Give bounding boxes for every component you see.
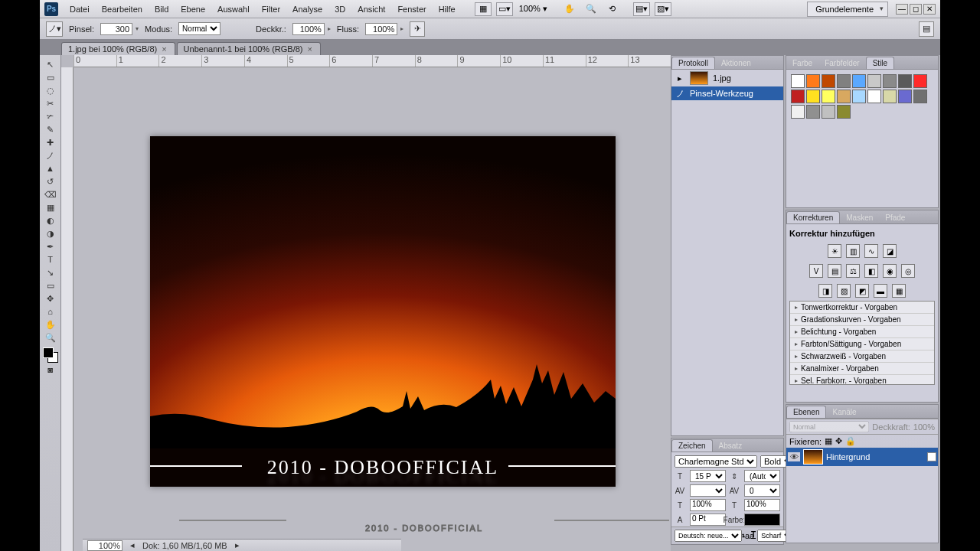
menu-help[interactable]: Hilfe [433,2,461,16]
quick-mask-icon[interactable]: ◙ [42,364,59,376]
quick-select-tool-icon[interactable]: ✂ [42,97,59,109]
tab-layers[interactable]: Ebenen [786,406,826,418]
photo-filter-icon[interactable]: ◉ [883,264,897,278]
style-swatch[interactable] [791,90,805,103]
tracking-select[interactable]: 0 [744,484,780,497]
history-step[interactable]: ノ Pinsel-Werkzeug [671,86,783,100]
workspace-switcher[interactable]: Grundelemente [807,2,888,17]
window-close-icon[interactable]: ✕ [923,4,936,15]
font-family-select[interactable]: Charlemagne Std [675,455,757,468]
eyedropper-tool-icon[interactable]: ✎ [42,123,59,135]
style-swatch[interactable] [898,74,912,88]
menu-edit[interactable]: Bearbeiten [96,2,148,16]
zoom-tool-icon[interactable]: 🔍 [583,2,599,16]
healing-tool-icon[interactable]: ✚ [42,136,59,148]
style-swatch[interactable] [852,90,866,103]
zoom-indicator[interactable]: 100% ▾ [516,4,550,14]
crop-tool-icon[interactable]: ✃ [42,110,59,122]
zoom-field[interactable]: 100% [87,540,122,551]
bw-icon[interactable]: ◧ [864,264,878,278]
window-restore-icon[interactable]: ◻ [910,4,922,15]
history-brush-icon[interactable]: ↺ [42,175,59,187]
menu-filter[interactable]: Filter [256,2,286,16]
tab-corrections[interactable]: Korrekturen [786,211,840,223]
layer-row[interactable]: 👁 Hintergrund [786,448,938,466]
tab-paragraph[interactable]: Absatz [713,440,749,452]
tab-styles[interactable]: Stile [866,57,894,69]
arrow-left-icon[interactable]: ◂ [130,540,135,550]
style-swatch[interactable] [837,90,851,103]
invert-icon[interactable]: ◨ [818,284,832,298]
posterize-icon[interactable]: ▨ [837,284,851,298]
lock-all-icon[interactable]: 🔒 [845,436,856,446]
blend-mode-select[interactable]: Normal [178,22,220,35]
stamp-tool-icon[interactable]: ▲ [42,162,59,174]
menu-image[interactable]: Bild [149,2,174,16]
color-balance-icon[interactable]: ⚖ [846,264,860,278]
style-swatch[interactable] [898,90,912,103]
brush-panel-icon[interactable]: ▤ [919,21,934,37]
style-swatch[interactable] [822,90,835,103]
tab-paths[interactable]: Pfade [879,212,911,223]
dodge-tool-icon[interactable]: ◑ [42,227,59,240]
lock-position-icon[interactable]: ✥ [835,436,842,446]
screen-mode-icon[interactable]: ▭▾ [496,2,513,16]
blur-tool-icon[interactable]: ◐ [42,214,59,227]
font-size-select[interactable]: 15 Pt [690,470,726,482]
style-swatch[interactable] [867,90,881,103]
style-swatch[interactable] [852,74,866,88]
exposure-icon[interactable]: ◪ [883,244,897,258]
menu-layer[interactable]: Ebene [175,2,211,16]
menu-analyse[interactable]: Analyse [287,2,328,16]
menu-3d[interactable]: 3D [329,2,351,16]
3d-camera-icon[interactable]: ⌂ [42,305,59,318]
style-swatch[interactable] [791,105,805,119]
close-icon[interactable]: × [308,44,312,54]
document-tab[interactable]: Unbenannt-1 bei 100% (RGB/8)× [177,42,321,55]
flow-field[interactable]: 100% [365,23,397,35]
preset-item[interactable]: Farbton/Sättigung - Vorgaben [790,338,934,350]
tab-character[interactable]: Zeichen [671,439,713,452]
airbrush-icon[interactable]: ✈ [410,21,425,37]
brush-tool-icon[interactable]: ノ [42,149,59,161]
color-swatch[interactable] [43,347,58,363]
style-swatch[interactable] [837,105,851,119]
style-swatch[interactable] [883,90,897,103]
menu-select[interactable]: Auswahl [212,2,255,16]
window-minimize-icon[interactable]: — [896,4,908,15]
brightness-icon[interactable]: ☀ [828,244,841,258]
channel-mixer-icon[interactable]: ◎ [901,264,915,278]
preset-item[interactable]: Belichtung - Vorgaben [790,326,934,338]
menu-window[interactable]: Fenster [392,2,431,16]
arrange-docs-icon[interactable]: ▤▾ [633,2,650,16]
pen-tool-icon[interactable]: ✒ [42,240,59,253]
marquee-tool-icon[interactable]: ▭ [42,71,59,83]
tab-color[interactable]: Farbe [786,57,818,69]
visibility-eye-icon[interactable]: 👁 [788,452,800,461]
move-tool-icon[interactable]: ↖ [42,58,59,70]
tab-history[interactable]: Protokoll [671,57,715,69]
language-select[interactable]: Deutsch: neue... [675,530,742,542]
tab-channels[interactable]: Kanäle [826,406,862,418]
scale-v-field[interactable]: 100% [690,499,726,511]
style-swatch[interactable] [806,74,820,88]
lock-pixels-icon[interactable]: ▦ [825,436,832,446]
3d-tool-icon[interactable]: ✥ [42,292,59,305]
path-select-icon[interactable]: ↘ [42,266,59,279]
arrow-right-icon[interactable]: ▸ [235,540,240,550]
curves-icon[interactable]: ∿ [864,244,878,258]
style-swatch[interactable] [883,74,897,88]
canvas[interactable]: 2010 - DOBOOFFICIAL 2010 - DOBOOFFICIAL [74,67,671,551]
eraser-tool-icon[interactable]: ⌫ [42,188,59,201]
brush-size-field[interactable]: 300 [100,23,132,35]
style-swatch[interactable] [867,74,881,88]
opacity-field[interactable]: 100% [292,23,325,35]
hand-tool-icon[interactable]: ✋ [42,318,59,331]
style-swatch[interactable] [822,74,835,88]
baseline-field[interactable]: 0 Pt [690,514,726,526]
preset-item[interactable]: Sel. Farbkorr. - Vorgaben [790,375,934,385]
kerning-select[interactable] [690,484,726,497]
zoom-tool-icon[interactable]: 🔍 [42,331,59,344]
gradient-tool-icon[interactable]: ▦ [42,201,59,214]
gradient-map-icon[interactable]: ▬ [874,284,887,298]
